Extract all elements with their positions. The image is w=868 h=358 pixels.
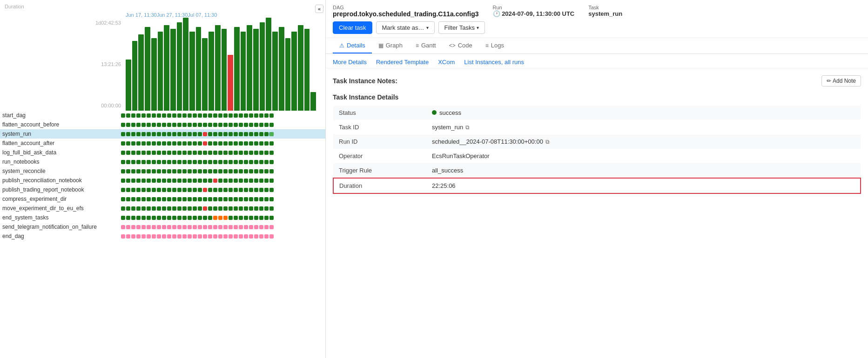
dot[interactable]: [152, 113, 156, 118]
dot[interactable]: [259, 234, 263, 239]
dot[interactable]: [213, 169, 217, 173]
sub-tab-xcom[interactable]: XCom: [438, 59, 455, 66]
dot[interactable]: [239, 113, 243, 118]
dot[interactable]: [188, 206, 192, 211]
dot[interactable]: [193, 179, 197, 183]
dot[interactable]: [208, 179, 212, 183]
dot[interactable]: [249, 123, 253, 127]
dot[interactable]: [162, 197, 166, 201]
dot[interactable]: [269, 113, 274, 118]
dot[interactable]: [223, 197, 228, 201]
dot[interactable]: [126, 141, 130, 146]
tab-logs[interactable]: ≡Logs: [479, 38, 511, 53]
dot[interactable]: [213, 197, 217, 201]
dot[interactable]: [244, 151, 248, 155]
dot[interactable]: [172, 179, 176, 183]
dot[interactable]: [239, 123, 243, 127]
dot[interactable]: [254, 234, 258, 239]
task-row[interactable]: start_dag: [0, 111, 325, 120]
dot[interactable]: [177, 234, 182, 239]
dot[interactable]: [157, 225, 161, 229]
dot[interactable]: [203, 188, 207, 192]
dot[interactable]: [141, 206, 146, 211]
dot[interactable]: [182, 206, 187, 211]
dot[interactable]: [203, 206, 207, 211]
bar-28[interactable]: [304, 29, 310, 111]
dot[interactable]: [172, 141, 176, 146]
task-row[interactable]: system_reconcile: [0, 166, 325, 176]
dot[interactable]: [213, 225, 217, 229]
dot[interactable]: [234, 206, 238, 211]
task-row[interactable]: end_dag: [0, 232, 325, 241]
dot[interactable]: [157, 197, 161, 201]
dot[interactable]: [208, 141, 212, 146]
dot[interactable]: [136, 141, 141, 146]
dot[interactable]: [147, 216, 151, 220]
dot[interactable]: [188, 123, 192, 127]
dot[interactable]: [136, 132, 141, 136]
dot[interactable]: [172, 197, 176, 201]
dot[interactable]: [218, 132, 222, 136]
dot[interactable]: [188, 216, 192, 220]
dot[interactable]: [234, 151, 238, 155]
dot[interactable]: [223, 169, 228, 173]
dot[interactable]: [147, 188, 151, 192]
dot[interactable]: [126, 225, 130, 229]
dot[interactable]: [213, 123, 217, 127]
dot[interactable]: [147, 234, 151, 239]
dot[interactable]: [162, 234, 166, 239]
task-row[interactable]: flatten_account_before: [0, 120, 325, 129]
dot[interactable]: [182, 216, 187, 220]
dot[interactable]: [126, 197, 130, 201]
bar-11[interactable]: [196, 27, 202, 111]
bar-13[interactable]: [209, 32, 214, 111]
dot[interactable]: [254, 197, 258, 201]
dot[interactable]: [177, 160, 182, 164]
dot[interactable]: [269, 169, 274, 173]
bar-18[interactable]: [241, 32, 246, 111]
dot[interactable]: [147, 132, 151, 136]
dot[interactable]: [182, 160, 187, 164]
dot[interactable]: [141, 225, 146, 229]
dot[interactable]: [234, 234, 238, 239]
dot[interactable]: [167, 113, 171, 118]
dot[interactable]: [188, 160, 192, 164]
dot[interactable]: [121, 123, 125, 127]
dot[interactable]: [229, 216, 233, 220]
bar-2[interactable]: [138, 34, 144, 111]
dot[interactable]: [193, 188, 197, 192]
clear-task-button[interactable]: Clear task: [333, 21, 372, 34]
dot[interactable]: [172, 160, 176, 164]
dot[interactable]: [193, 225, 197, 229]
dot[interactable]: [141, 169, 146, 173]
dot[interactable]: [162, 225, 166, 229]
dot[interactable]: [223, 234, 228, 239]
dot[interactable]: [152, 188, 156, 192]
dot[interactable]: [249, 141, 253, 146]
dot[interactable]: [188, 169, 192, 173]
dot[interactable]: [172, 132, 176, 136]
dot[interactable]: [218, 234, 222, 239]
dot[interactable]: [208, 225, 212, 229]
dot[interactable]: [254, 179, 258, 183]
dot[interactable]: [136, 225, 141, 229]
dot[interactable]: [208, 132, 212, 136]
dot[interactable]: [223, 225, 228, 229]
dot[interactable]: [254, 141, 258, 146]
bar-15[interactable]: [222, 29, 227, 111]
dot[interactable]: [162, 216, 166, 220]
dot[interactable]: [198, 197, 202, 201]
dot[interactable]: [244, 197, 248, 201]
dot[interactable]: [254, 216, 258, 220]
dot[interactable]: [121, 132, 125, 136]
dot[interactable]: [198, 206, 202, 211]
dot[interactable]: [172, 206, 176, 211]
dot[interactable]: [203, 141, 207, 146]
dot[interactable]: [152, 234, 156, 239]
dot[interactable]: [182, 169, 187, 173]
dot[interactable]: [213, 160, 217, 164]
dot[interactable]: [162, 206, 166, 211]
dot[interactable]: [152, 151, 156, 155]
dot[interactable]: [198, 132, 202, 136]
bar-23[interactable]: [272, 32, 278, 111]
